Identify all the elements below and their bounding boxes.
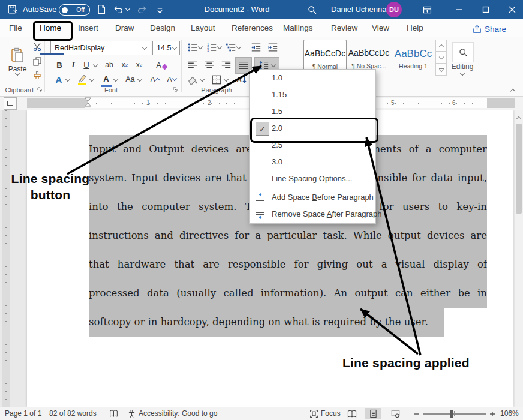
menu-item-add-space-before[interactable]: Add Space Before Paragraph (250, 189, 375, 206)
redo-icon[interactable] (137, 4, 148, 15)
multilevel-chevron[interactable] (236, 44, 241, 49)
zoom-level[interactable]: 106% (500, 407, 519, 420)
sort-button[interactable]: A (235, 74, 248, 85)
underline-button[interactable]: U (82, 59, 91, 71)
numbering-icon[interactable]: 123 (206, 42, 217, 53)
shrink-font-button[interactable]: A (166, 73, 178, 85)
tab-view[interactable]: View (372, 19, 389, 37)
text-effects-button[interactable]: A (53, 73, 65, 85)
vertical-scrollbar[interactable] (515, 110, 523, 407)
new-document-icon[interactable] (96, 4, 106, 14)
tab-insert[interactable]: Insert (78, 19, 98, 37)
align-right-icon[interactable] (221, 59, 232, 70)
tab-file[interactable]: File (9, 19, 22, 37)
menu-item-spacing-25[interactable]: 2.5 (250, 137, 375, 154)
proofing-icon[interactable] (109, 409, 118, 420)
strikethrough-button[interactable]: ab (103, 59, 115, 71)
menu-item-spacing-3[interactable]: 3.0 (250, 154, 375, 170)
tab-home[interactable]: Home (40, 19, 61, 37)
menu-item-remove-space-after[interactable]: Remove Space After Paragraph (250, 206, 375, 223)
zoom-in-icon[interactable] (488, 408, 497, 419)
maximize-button[interactable] (475, 0, 497, 19)
underline-menu-chevron[interactable] (93, 62, 98, 67)
tab-review[interactable]: Review (331, 19, 357, 37)
change-case-button[interactable]: Aa (124, 73, 137, 85)
font-color-button[interactable]: A (101, 73, 112, 87)
numbering-chevron[interactable] (217, 44, 222, 49)
borders-chevron[interactable] (224, 77, 229, 82)
clipboard-dialog-launcher-icon[interactable] (37, 87, 43, 92)
accessibility-icon[interactable] (127, 409, 136, 420)
menu-item-spacing-115[interactable]: 1.15 (250, 86, 375, 103)
scroll-up-icon[interactable] (516, 116, 521, 121)
collapse-ribbon-icon[interactable] (510, 89, 515, 94)
tab-draw[interactable]: Draw (115, 19, 134, 37)
cut-icon[interactable] (32, 42, 42, 52)
shading-chevron[interactable] (200, 77, 205, 82)
avatar[interactable]: DU (386, 2, 402, 17)
focus-icon[interactable] (309, 409, 318, 420)
font-name-combo[interactable]: RedHatDisplay (50, 41, 151, 55)
bullets-chevron[interactable] (198, 44, 203, 49)
minimize-button[interactable] (449, 0, 470, 19)
print-layout-button[interactable] (365, 408, 381, 419)
menu-item-spacing-1[interactable]: 1.0 (250, 70, 375, 86)
highlight-color-button[interactable] (77, 73, 88, 85)
subscript-button[interactable]: x2 (119, 59, 131, 71)
menu-item-spacing-15[interactable]: 1.5 (250, 103, 375, 120)
zoom-out-icon[interactable] (413, 408, 421, 419)
page-indicator[interactable]: Page 1 of 1 (5, 407, 41, 420)
style-card-heading1[interactable]: AaBbCc Heading 1 (392, 40, 434, 74)
word-count[interactable]: 82 of 82 words (49, 407, 97, 420)
focus-label[interactable]: Focus (321, 407, 341, 420)
align-center-icon[interactable] (204, 59, 215, 70)
font-color-chevron[interactable] (113, 77, 118, 82)
decrease-indent-icon[interactable] (251, 42, 262, 53)
ribbon-display-options-icon[interactable] (422, 5, 432, 15)
change-case-chevron[interactable] (137, 77, 142, 82)
borders-icon[interactable] (211, 74, 222, 85)
bullets-icon[interactable] (187, 42, 198, 53)
paste-button[interactable]: Paste (5, 40, 30, 83)
document-text-line[interactable]: that hardware that are responsible for g… (89, 250, 487, 279)
tab-design[interactable]: Design (150, 19, 175, 37)
indent-markers[interactable] (84, 97, 92, 110)
tab-layout[interactable]: Layout (191, 19, 215, 37)
share-button[interactable]: Share (473, 22, 506, 35)
tab-help[interactable]: Help (407, 19, 423, 37)
text-effects-chevron[interactable] (65, 77, 70, 82)
vertical-ruler[interactable] (2, 110, 10, 407)
grow-font-button[interactable]: A (149, 73, 161, 85)
clear-formatting-button[interactable]: A (155, 59, 168, 71)
zoom-slider-thumb[interactable] (450, 410, 453, 418)
web-layout-button[interactable] (387, 408, 403, 419)
document-text-line[interactable]: instructions and directives for a partic… (89, 221, 487, 250)
editing-find-button[interactable] (452, 42, 474, 62)
highlight-chevron[interactable] (89, 77, 94, 82)
multilevel-list-icon[interactable] (226, 42, 236, 53)
save-icon[interactable] (7, 4, 18, 15)
tab-mailings[interactable]: Mailings (283, 19, 313, 37)
align-left-icon[interactable] (187, 59, 198, 70)
font-dialog-launcher-icon[interactable] (173, 87, 178, 92)
font-size-combo[interactable]: 14.5 (152, 41, 180, 55)
shading-icon[interactable] (187, 74, 198, 85)
read-mode-button[interactable] (344, 408, 360, 419)
tab-references[interactable]: References (232, 19, 273, 37)
menu-item-spacing-2-selected[interactable]: ✓ 2.0 (250, 120, 375, 137)
format-painter-icon[interactable] (32, 71, 42, 80)
document-text-line[interactable]: softcopy or in hardcopy, depending on wh… (89, 308, 487, 337)
superscript-button[interactable]: x2 (133, 59, 145, 71)
scrollbar-thumb[interactable] (516, 124, 522, 214)
autosave-toggle[interactable]: Off (59, 4, 90, 16)
editing-chevron[interactable] (460, 71, 465, 76)
user-name[interactable]: Daniel Uchenna (331, 0, 387, 19)
tab-selector[interactable] (4, 97, 17, 110)
copy-icon[interactable] (32, 56, 42, 66)
undo-menu-chevron[interactable] (125, 6, 130, 11)
customize-toolbar-icon[interactable] (156, 6, 164, 14)
increase-indent-icon[interactable] (267, 42, 278, 53)
document-text-line[interactable]: processed data (usually called informati… (89, 279, 487, 308)
styles-scroll-up[interactable] (435, 40, 447, 52)
search-icon[interactable] (307, 5, 317, 15)
